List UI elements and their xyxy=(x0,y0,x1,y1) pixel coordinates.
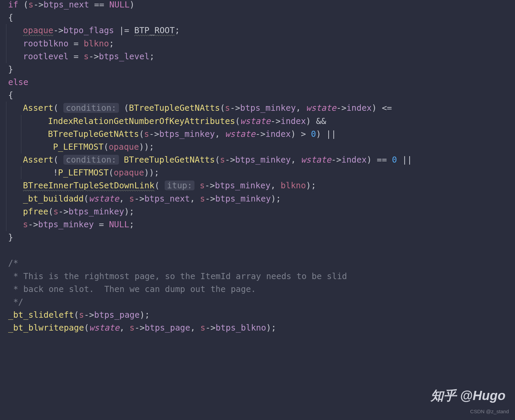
hint-itup: itup: xyxy=(165,181,195,190)
watermark-zhihu: 知乎 @Hugo xyxy=(431,386,506,406)
hint-condition: condition: xyxy=(63,103,119,113)
kw-if: if xyxy=(8,0,18,9)
code-block: if (s->btps_next == NULL) { opaque->btpo… xyxy=(0,0,515,334)
comment: /* xyxy=(8,258,18,268)
kw-else: else xyxy=(8,77,28,87)
watermark-csdn: CSDN @z_stand xyxy=(470,407,509,415)
